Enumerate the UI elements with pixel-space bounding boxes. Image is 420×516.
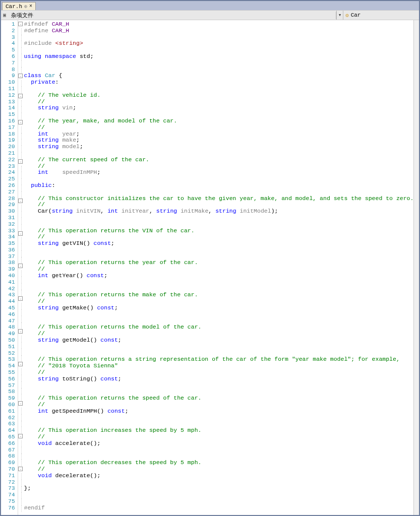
fold-marker[interactable]: - (18, 120, 23, 126)
code-line[interactable]: // This constructor initializes the car … (24, 196, 413, 202)
fold-column[interactable]: -------------- (18, 20, 23, 515)
code-line[interactable]: // (24, 402, 413, 408)
line-number: 10 (1, 79, 15, 86)
line-number: 51 (1, 344, 15, 350)
code-line[interactable]: // This operation returns the speed of t… (24, 395, 413, 402)
code-line[interactable] (24, 382, 413, 389)
code-line[interactable]: string getModel() const; (24, 337, 413, 344)
code-line[interactable]: // (24, 466, 413, 473)
line-number: 76 (1, 505, 15, 511)
code-line[interactable]: #define CAR_H (24, 28, 413, 34)
code-line[interactable]: // (24, 434, 413, 440)
line-number: 26 (1, 182, 15, 189)
code-line[interactable]: void decelerate(); (24, 473, 413, 479)
code-line[interactable] (24, 311, 413, 318)
code-line[interactable]: public: (24, 182, 413, 189)
code-line[interactable] (24, 176, 413, 182)
file-type-icon: ▣ (3, 12, 9, 18)
code-line[interactable]: // (24, 369, 413, 376)
code-line[interactable]: // This operation decreases the speed by… (24, 460, 413, 466)
code-line[interactable]: // (24, 124, 413, 131)
fold-marker[interactable]: - (18, 22, 23, 28)
code-line[interactable] (24, 498, 413, 505)
line-number: 70 (1, 466, 15, 473)
line-number: 71 (1, 473, 15, 479)
code-line[interactable]: int getYear() const; (24, 273, 413, 279)
code-line[interactable] (24, 344, 413, 350)
code-line[interactable]: string toString() const; (24, 376, 413, 382)
line-number: 23 (1, 163, 15, 170)
line-number: 14 (1, 105, 15, 111)
scope-label: 杂项文件 (11, 12, 33, 19)
code-line[interactable] (24, 60, 413, 67)
fold-marker[interactable]: - (18, 74, 23, 80)
fold-marker[interactable]: - (18, 296, 23, 303)
code-line[interactable] (24, 247, 413, 253)
line-number: 63 (1, 421, 15, 427)
code-line[interactable]: string vin; (24, 105, 413, 111)
fold-marker[interactable]: - (18, 434, 23, 440)
fold-marker[interactable]: - (18, 362, 23, 368)
code-line[interactable]: // This operation returns the VIN of the… (24, 228, 413, 234)
code-line[interactable]: int year; (24, 131, 413, 138)
code-line[interactable]: #include <string> (24, 40, 413, 47)
code-line[interactable]: string model; (24, 144, 413, 150)
member-label: Car (351, 12, 361, 18)
code-line[interactable]: // This operation returns the model of t… (24, 324, 413, 331)
code-line[interactable] (24, 492, 413, 498)
code-line[interactable]: void accelerate(); (24, 440, 413, 447)
code-line[interactable] (24, 279, 413, 286)
fold-marker[interactable]: - (18, 94, 23, 100)
member-dropdown[interactable]: ⚙ Car (343, 12, 419, 19)
chevron-down-icon[interactable]: ▾ (336, 11, 343, 20)
vertical-scrollbar[interactable] (413, 20, 419, 515)
line-number: 15 (1, 111, 15, 118)
code-line[interactable]: // "2018 Toyota Sienna" (24, 363, 413, 369)
code-line[interactable]: }; (24, 485, 413, 492)
line-number: 1 (1, 21, 15, 28)
line-number: 68 (1, 453, 15, 460)
code-line[interactable]: string getVIN() const; (24, 240, 413, 247)
line-number: 17 (1, 124, 15, 131)
fold-marker[interactable]: - (18, 231, 23, 238)
code-line[interactable]: // The current speed of the car. (24, 157, 413, 163)
code-line[interactable]: string getMake() const; (24, 305, 413, 311)
code-line[interactable]: private: (24, 79, 413, 86)
code-line[interactable]: // This operation returns the make of th… (24, 292, 413, 298)
fold-marker[interactable]: - (18, 264, 23, 270)
code-line[interactable]: // This operation increases the speed by… (24, 427, 413, 434)
code-line[interactable]: #ifndef CAR_H (24, 21, 413, 28)
code-line[interactable]: class Car { (24, 73, 413, 79)
code-line[interactable] (24, 215, 413, 221)
code-line[interactable]: // The year, make, and model of the car. (24, 118, 413, 124)
code-line[interactable] (24, 67, 413, 73)
code-editor[interactable]: 1234567891011121314151617181920212223242… (1, 20, 419, 515)
line-number: 25 (1, 176, 15, 182)
fold-marker[interactable]: - (18, 159, 23, 166)
code-line[interactable]: // (24, 99, 413, 105)
code-line[interactable]: Car(string initVIN, int initYear, string… (24, 208, 413, 215)
line-number: 45 (1, 305, 15, 311)
line-number: 49 (1, 331, 15, 337)
code-line[interactable] (24, 447, 413, 454)
fold-marker[interactable]: - (18, 467, 23, 473)
fold-marker[interactable]: - (18, 401, 23, 408)
code-line[interactable]: int getSpeedInMPH() const; (24, 408, 413, 415)
fold-marker[interactable]: - (18, 329, 23, 336)
code-line[interactable]: #endif (24, 505, 413, 511)
line-number: 55 (1, 369, 15, 376)
close-icon[interactable]: × (29, 4, 32, 9)
class-icon: ⚙ (345, 12, 349, 19)
code-line[interactable] (24, 479, 413, 486)
file-tab[interactable]: Car.h ⊕ × (2, 2, 36, 10)
code-line[interactable]: // The vehicle id. (24, 92, 413, 99)
line-number: 66 (1, 440, 15, 447)
code-line[interactable]: int speedInMPH; (24, 169, 413, 176)
code-line[interactable]: using namespace std; (24, 53, 413, 60)
code-area[interactable]: #ifndef CAR_H#define CAR_H#include <stri… (23, 20, 413, 515)
fold-marker[interactable]: - (18, 199, 23, 205)
code-line[interactable]: // This operation returns the year of th… (24, 260, 413, 266)
code-line[interactable] (24, 415, 413, 421)
pin-icon[interactable]: ⊕ (24, 4, 27, 10)
scope-dropdown[interactable]: ▣ 杂项文件 (1, 12, 336, 19)
